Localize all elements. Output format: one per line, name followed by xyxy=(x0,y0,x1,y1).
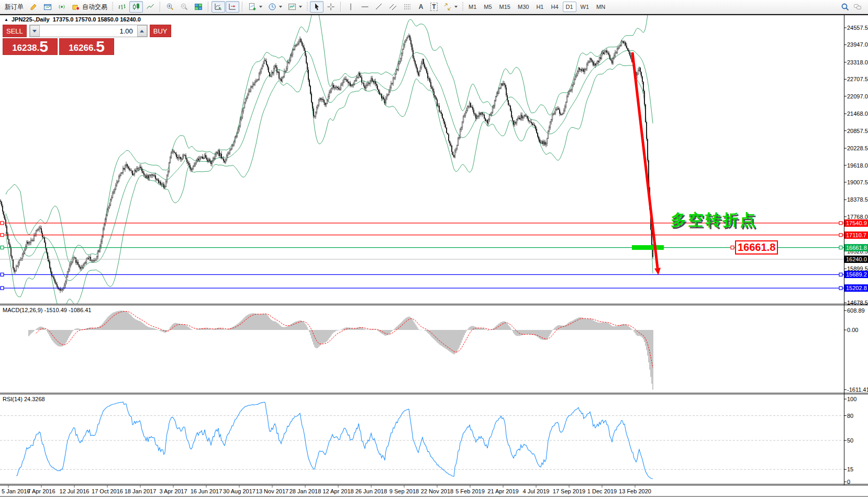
indicators-button[interactable] xyxy=(246,1,265,13)
highlighter-button[interactable] xyxy=(27,1,40,13)
vertical-line-button[interactable] xyxy=(344,1,358,13)
symbol-name: JPN225-,Daily xyxy=(12,16,50,23)
price-axis-tick: 24557.5 xyxy=(847,25,868,31)
line-handle[interactable] xyxy=(839,286,842,290)
date-axis-label: 30 Aug 2017 xyxy=(223,488,255,494)
tile-windows-button[interactable] xyxy=(192,1,205,13)
price-axis-badge: 17540.9 xyxy=(844,219,868,227)
new-order-button[interactable]: 新订单 xyxy=(2,1,26,13)
autotrade-icon xyxy=(72,3,80,11)
line-handle[interactable] xyxy=(839,246,842,249)
date-axis-label: 1 Dec 2019 xyxy=(587,488,617,494)
date-axis-label: 13 Nov 2017 xyxy=(256,488,288,494)
sell-button[interactable]: SELL xyxy=(3,25,27,37)
zoom-in-icon xyxy=(166,3,174,11)
collapse-triangle-icon[interactable]: ▲ xyxy=(4,17,8,22)
date-axis-label: 13 Feb 2020 xyxy=(619,488,651,494)
line-handle[interactable] xyxy=(1,246,4,249)
arrows-icon xyxy=(443,3,452,11)
arrows-tool-button[interactable] xyxy=(441,1,460,13)
line-handle[interactable] xyxy=(839,222,842,225)
chevron-down-icon xyxy=(279,6,282,8)
date-axis-label: 22 Nov 2018 xyxy=(421,488,453,494)
chart-window-icon xyxy=(43,3,52,11)
fibonacci-button[interactable] xyxy=(400,1,414,13)
news-button[interactable] xyxy=(55,1,69,13)
buy-button[interactable]: BUY xyxy=(150,25,171,37)
toolbar-grip xyxy=(307,2,308,12)
timeframe-button-w1[interactable]: W1 xyxy=(577,2,593,12)
price-level-label[interactable]: 16661.8 xyxy=(735,240,778,255)
main-toolbar: 新订单 自动交易 A T M1M5M15M30H1H4D1W1MN xyxy=(0,0,868,14)
text-label-button[interactable]: T xyxy=(428,1,440,13)
buy-price[interactable]: 16266.5 xyxy=(59,38,114,55)
turning-point-annotation[interactable]: 多空转折点 xyxy=(671,209,757,231)
price-axis-tick: 18378.5 xyxy=(847,196,868,203)
line-chart-button[interactable] xyxy=(143,1,157,13)
text-tool-button[interactable]: A xyxy=(415,1,427,13)
date-axis-label: 12 Apr 2018 xyxy=(322,488,353,494)
crosshair-icon xyxy=(327,3,335,11)
sell-price[interactable]: 16238.5 xyxy=(3,38,58,55)
templates-button[interactable] xyxy=(285,1,305,13)
timeframe-button-m30[interactable]: M30 xyxy=(515,2,532,12)
market-watch-button[interactable] xyxy=(41,1,54,13)
equidistant-channel-button[interactable] xyxy=(386,1,400,13)
price-axis-tick: 20228.5 xyxy=(847,145,868,151)
auto-scroll-button[interactable] xyxy=(212,1,225,13)
bar-chart-button[interactable] xyxy=(115,1,129,13)
zoom-in-button[interactable] xyxy=(163,1,177,13)
fibonacci-icon xyxy=(403,3,411,11)
cursor-button[interactable] xyxy=(310,1,324,13)
toolbar-grip xyxy=(112,2,113,12)
price-axis-badge: 16661.8 xyxy=(844,244,868,251)
horizontal-line-button[interactable] xyxy=(358,1,372,13)
candlestick-chart-button[interactable] xyxy=(129,1,143,13)
bar-chart-icon xyxy=(118,3,126,11)
line-handle[interactable] xyxy=(1,286,4,290)
mt4-terminal: { "toolbar": { "new_order_label": "新订单",… xyxy=(0,0,868,497)
macd-axis-tick: 608.89 xyxy=(847,307,865,314)
indicators-icon xyxy=(248,3,257,11)
line-handle[interactable] xyxy=(1,222,4,225)
price-axis-badge: 16240.0 xyxy=(844,256,868,263)
date-axis-label: 17 Oct 2016 xyxy=(92,488,123,494)
price-axis-tick: 14678.5 xyxy=(847,300,868,306)
price-axis-tick: 21468.0 xyxy=(847,111,868,117)
crosshair-button[interactable] xyxy=(324,1,338,13)
text-icon: A xyxy=(419,3,424,10)
chat-icon[interactable] xyxy=(853,3,862,11)
date-axis-label: 5 Feb 2019 xyxy=(455,488,485,494)
volume-increase-button[interactable] xyxy=(137,25,147,37)
periods-button[interactable] xyxy=(265,1,285,13)
line-handle[interactable] xyxy=(839,234,842,237)
templates-icon xyxy=(288,3,296,11)
line-chart-icon xyxy=(146,3,154,11)
timeframe-button-mn[interactable]: MN xyxy=(593,2,608,12)
price-axis-badge: 15202.8 xyxy=(844,284,868,292)
chart-shift-button[interactable] xyxy=(226,1,239,13)
trendline-button[interactable] xyxy=(372,1,386,13)
timeframe-button-h1[interactable]: H1 xyxy=(533,2,547,12)
timeframe-button-h4[interactable]: H4 xyxy=(548,2,561,12)
highlight-bar[interactable] xyxy=(632,245,664,250)
line-handle[interactable] xyxy=(839,273,842,276)
timeframe-button-d1[interactable]: D1 xyxy=(563,2,576,12)
toolbar-separator xyxy=(208,2,209,12)
trade-panel-prices: 16238.5 16266.5 xyxy=(3,38,114,55)
timeframe-button-m5[interactable]: M5 xyxy=(481,2,495,12)
timeframe-button-m1[interactable]: M1 xyxy=(465,2,480,12)
price-axis-tick: 19007.5 xyxy=(847,179,868,185)
search-icon[interactable] xyxy=(841,3,849,11)
price-axis-badge: 15689.2 xyxy=(844,271,868,278)
volume-input[interactable] xyxy=(40,25,137,37)
zoom-out-button[interactable] xyxy=(177,1,191,13)
rsi-indicator-label: RSI(14) 24.3268 xyxy=(3,396,45,402)
line-handle[interactable] xyxy=(1,273,4,276)
chevron-down-icon xyxy=(299,6,302,8)
volume-decrease-button[interactable] xyxy=(30,25,40,37)
auto-trading-button[interactable]: 自动交易 xyxy=(69,1,110,13)
macd-axis-tick: -1611.41 xyxy=(847,386,868,393)
line-handle[interactable] xyxy=(1,234,4,237)
timeframe-button-m15[interactable]: M15 xyxy=(496,2,514,12)
